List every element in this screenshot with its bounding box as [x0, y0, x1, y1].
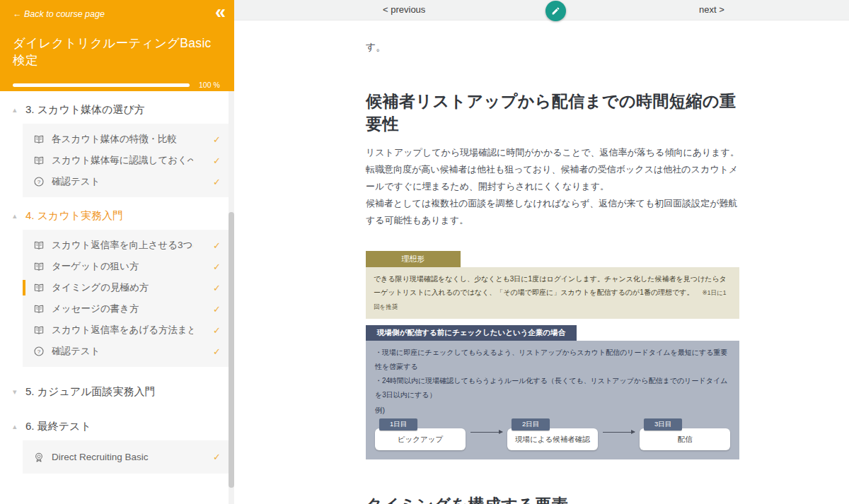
pencil-icon	[551, 6, 560, 16]
section-6-items: Direct Recruiting Basic ✓	[23, 440, 230, 474]
sidebar-scrollbar-thumb[interactable]	[229, 212, 234, 488]
flow-step-label: ピックアップ	[375, 428, 466, 450]
completed-check-icon: ✓	[213, 240, 221, 251]
final-test-item[interactable]: Direct Recruiting Basic ✓	[23, 447, 230, 467]
lesson-label: メッセージの書き方	[52, 303, 139, 315]
sidebar-section-3[interactable]: ▴ 3. スカウト媒体の選び方	[0, 91, 234, 124]
day-badge: 1日目	[379, 418, 417, 430]
flow-step-label: 現場による候補者確認	[507, 428, 598, 450]
caret-down-icon: ▾	[13, 387, 21, 397]
section-label: 5. カジュアル面談実務入門	[25, 385, 155, 399]
figure-example-label: 例)	[375, 406, 730, 416]
lesson-label: タイミングの見極め方	[52, 281, 149, 294]
flow-step-2: 2日目 現場による候補者確認	[507, 416, 598, 450]
figure-ideal-body: できる限り現場確認をなくし、少なくとも3日に1度はログインします。チャンス化した…	[366, 267, 739, 319]
book-icon	[33, 304, 45, 315]
lesson-item[interactable]: スカウト返信率をあげる方法まとめ ✓	[23, 320, 230, 341]
lesson-item-current[interactable]: タイミングの見極め方 ✓	[23, 277, 230, 298]
caret-up-icon: ▴	[13, 422, 21, 431]
book-icon	[33, 156, 45, 166]
book-icon	[33, 283, 45, 293]
flow-arrow-icon	[470, 432, 502, 433]
completed-check-icon: ✓	[213, 262, 221, 272]
sidebar-section-5[interactable]: ▾ 5. カジュアル面談実務入門	[0, 367, 234, 406]
completed-check-icon: ✓	[213, 346, 221, 357]
lesson-content: す。 候補者リストアップから配信までの時間短縮の重要性 リストアップしてから現場…	[366, 20, 739, 504]
caret-up-icon: ▴	[13, 105, 21, 115]
next-button[interactable]: next >	[699, 4, 724, 15]
previous-button[interactable]: < previous	[383, 4, 425, 15]
section-label: 3. スカウト媒体の選び方	[25, 103, 145, 117]
lesson-item[interactable]: スカウト媒体毎に認識しておくべき7つ.. ✓	[23, 150, 230, 171]
caret-up-icon: ▴	[13, 211, 21, 221]
back-to-course-link[interactable]: ← Back to course page	[13, 9, 105, 19]
svg-text:?: ?	[37, 348, 41, 355]
day-badge: 2日目	[512, 418, 550, 430]
figure-case-bullets: ・現場に即座にチェックしてもらえるよう、リストアップからスカウト配信のリードタイ…	[375, 346, 730, 402]
lesson-label: 各スカウト媒体の特徴・比較	[52, 133, 177, 146]
progress-bar	[13, 83, 190, 87]
svg-text:?: ?	[37, 179, 41, 185]
lesson-label: スカウト返信率を向上させる3つの要素	[52, 239, 193, 252]
completed-check-icon: ✓	[213, 134, 221, 145]
completed-check-icon: ✓	[213, 452, 221, 462]
completed-check-icon: ✓	[213, 283, 221, 293]
lesson-item[interactable]: メッセージの書き方 ✓	[23, 298, 230, 320]
sidebar-header: ← Back to course page « ダイレクトリクルーティングBas…	[0, 0, 234, 91]
quiz-item[interactable]: ? 確認テスト ✓	[23, 341, 230, 362]
lesson-label: スカウト返信率をあげる方法まとめ	[52, 324, 193, 336]
day-badge: 3日目	[644, 418, 682, 430]
book-icon	[33, 134, 45, 145]
flow-step-1: 1日目 ピックアップ	[375, 416, 466, 450]
section-3-items: 各スカウト媒体の特徴・比較 ✓ スカウト媒体毎に認識しておくべき7つ.. ✓ ?…	[23, 124, 230, 197]
flow-step-3: 3日目 配信	[640, 416, 730, 450]
course-sidebar: ← Back to course page « ダイレクトリクルーティングBas…	[0, 0, 234, 504]
lesson-item[interactable]: スカウト返信率を向上させる3つの要素 ✓	[23, 235, 230, 256]
figure-case-body: ・現場に即座にチェックしてもらえるよう、リストアップからスカウト配信のリードタイ…	[366, 341, 739, 459]
lesson-label: Direct Recruiting Basic	[52, 452, 149, 462]
section-label: 4. スカウト実務入門	[25, 209, 123, 223]
figure-flow: 1日目 ピックアップ 2日目 現場による候補者確認 3日目 配信	[375, 416, 730, 450]
completed-check-icon: ✓	[213, 325, 221, 336]
flow-step-label: 配信	[640, 428, 730, 450]
lesson-label: 確認テスト	[52, 175, 100, 188]
edit-button[interactable]	[545, 1, 566, 21]
section-label: 6. 最終テスト	[25, 420, 91, 433]
course-title: ダイレクトリクルーティングBasic検定	[13, 35, 221, 69]
figure-ideal-tab: 理想形	[366, 251, 461, 267]
figure-ideal-text: できる限り現場確認をなくし、少なくとも3日に1度はログインします。チャンス化した…	[374, 275, 727, 296]
flow-arrow-icon	[603, 432, 635, 433]
sidebar-section-4[interactable]: ▴ 4. スカウト実務入門	[0, 197, 234, 230]
progress-percent: 100 %	[199, 81, 220, 89]
figure-case-tab: 現場側が配信する前にチェックしたいという企業の場合	[366, 325, 577, 341]
book-icon	[33, 262, 45, 272]
sidebar-body: ▴ 3. スカウト媒体の選び方 各スカウト媒体の特徴・比較 ✓ スカウト媒体毎に…	[0, 91, 234, 504]
question-icon: ?	[33, 176, 45, 187]
lesson-heading-1: 候補者リストアップから配信までの時間短縮の重要性	[366, 90, 739, 135]
book-icon	[33, 240, 45, 251]
quiz-item[interactable]: ? 確認テスト ✓	[23, 171, 230, 192]
lesson-main: < previous next > す。 候補者リストアップから配信までの時間短…	[234, 0, 849, 504]
lesson-topnav: < previous next >	[234, 0, 849, 20]
paragraph-fragment: す。	[366, 41, 739, 54]
lesson-item[interactable]: ターゲットの狙い方 ✓	[23, 256, 230, 277]
question-icon: ?	[33, 346, 45, 357]
completed-check-icon: ✓	[213, 156, 221, 166]
lesson-paragraph-1: リストアップしてから現場確認に時間がかかることで、返信率が落ちる傾向にあります。…	[366, 144, 739, 229]
award-icon	[33, 452, 45, 463]
sidebar-collapse-icon[interactable]: «	[215, 0, 226, 24]
lesson-label: 確認テスト	[52, 345, 100, 358]
lesson-label: ターゲットの狙い方	[52, 260, 139, 273]
completed-check-icon: ✓	[213, 177, 221, 187]
course-progress: 100 %	[13, 81, 221, 89]
lesson-item[interactable]: 各スカウト媒体の特徴・比較 ✓	[23, 129, 230, 150]
lesson-label: スカウト媒体毎に認識しておくべき7つ..	[52, 154, 193, 167]
sidebar-section-6[interactable]: ▴ 6. 最終テスト	[0, 406, 234, 440]
section-4-items: スカウト返信率を向上させる3つの要素 ✓ ターゲットの狙い方 ✓ タイミングの見…	[23, 230, 230, 367]
lesson-figure: 理想形 できる限り現場確認をなくし、少なくとも3日に1度はログインします。チャン…	[366, 251, 739, 459]
completed-check-icon: ✓	[213, 304, 221, 315]
lesson-heading-2: タイミングを構成する要素	[366, 494, 739, 504]
book-icon	[33, 325, 45, 336]
